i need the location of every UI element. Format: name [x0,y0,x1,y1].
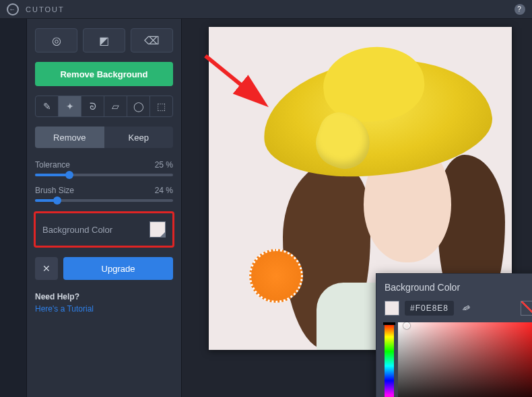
upgrade-label: Upgrade [102,264,135,274]
mode-remove[interactable]: Remove [35,127,104,148]
mode-remove-label: Remove [53,133,86,143]
color-picker-title: Background Color [385,282,532,293]
brush-label: Brush Size [35,186,74,195]
polygon-icon: ▱ [112,101,119,112]
marquee-tool[interactable]: ⬚ [150,96,172,116]
mode-segmented: Remove Keep [35,127,173,148]
close-icon: ✕ [42,263,51,274]
lasso-icon: ᘐ [90,101,96,112]
left-rail [0,19,27,397]
tolerance-label: Tolerance [35,160,70,170]
shape-tool-button[interactable]: ◎ [35,28,77,52]
polygon-tool[interactable]: ▱ [104,96,127,116]
erase-icon: ⌫ [144,34,160,47]
remove-background-button[interactable]: Remove Background [35,62,173,86]
marquee-icon: ⬚ [157,101,166,112]
brush-block: Brush Size 24 % [35,186,173,202]
pencil-icon: ✎ [43,101,51,112]
close-button[interactable]: ✕ [35,257,58,280]
background-color-row[interactable]: Background Color [34,211,174,248]
invert-tool-button[interactable]: ◩ [83,28,125,52]
brush-slider[interactable] [35,199,173,202]
upgrade-button[interactable]: Upgrade [63,257,173,280]
panel-header: ← CUTOUT ? [0,0,532,19]
help-block: Need Help? Here's a Tutorial [35,292,173,314]
lasso-tool[interactable]: ᘐ [81,96,104,116]
pencil-tool[interactable]: ✎ [36,96,59,116]
remove-background-label: Remove Background [60,69,147,79]
canvas-area: Background Color #F0E8E8 ✎ ⤢ − [182,19,532,397]
brush-value: 24 % [155,186,173,195]
circle-icon: ◯ [133,101,144,112]
help-tutorial-link[interactable]: Here's a Tutorial [35,304,173,314]
mode-keep[interactable]: Keep [104,127,174,148]
eyedropper-icon[interactable]: ✎ [457,299,475,317]
selection-tools: ✎ ✦ ᘐ ▱ ◯ ⬚ [35,96,173,117]
mode-keep-label: Keep [129,133,149,143]
cutout-panel: ◎ ◩ ⌫ Remove Background ✎ ✦ ᘐ ▱ ◯ ⬚ Remo… [27,19,182,397]
tolerance-block: Tolerance 25 % [35,160,173,176]
circle-tool[interactable]: ◯ [127,96,150,116]
saturation-marker[interactable] [403,322,410,329]
back-icon[interactable]: ← [7,3,19,15]
erase-tool-button[interactable]: ⌫ [131,28,173,52]
background-color-label: Background Color [42,225,112,235]
invert-icon: ◩ [99,34,109,47]
current-color-swatch[interactable] [385,301,399,316]
hex-input[interactable]: #F0E8E8 [405,301,454,316]
help-question: Need Help? [35,292,173,301]
tolerance-value: 25 % [155,160,173,170]
wand-icon: ✦ [66,101,74,112]
svg-line-0 [205,56,259,100]
color-picker-popover: Background Color #F0E8E8 ✎ [376,273,532,397]
annotation-arrow-icon [202,52,276,113]
magic-wand-tool[interactable]: ✦ [59,96,81,116]
hue-marker[interactable] [383,322,395,325]
illustration-badge [249,249,303,303]
hue-slider[interactable] [385,322,394,397]
help-icon[interactable]: ? [514,4,525,15]
square-target-icon: ◎ [52,34,61,47]
no-color-swatch[interactable] [521,301,532,316]
saturation-box[interactable] [398,322,532,397]
tolerance-slider[interactable] [35,174,173,176]
background-color-swatch[interactable] [149,221,166,238]
panel-title: CUTOUT [26,5,65,13]
